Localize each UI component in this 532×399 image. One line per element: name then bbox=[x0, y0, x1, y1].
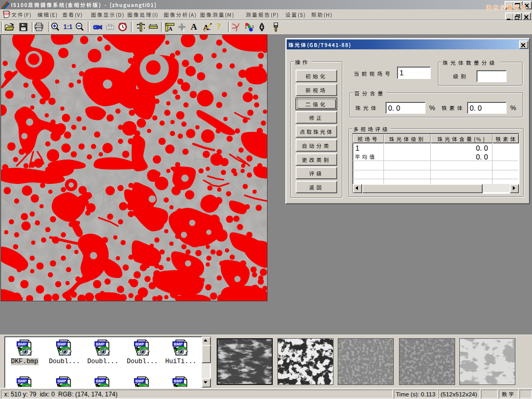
svg-text:A: A bbox=[168, 25, 172, 32]
svg-text:BMP: BMP bbox=[58, 379, 66, 383]
svg-text:BMP: BMP bbox=[96, 342, 105, 347]
svg-text:1: 1 bbox=[245, 25, 247, 29]
svg-text:BMP: BMP bbox=[18, 379, 27, 383]
svg-text:BMP: BMP bbox=[174, 379, 183, 383]
svg-text:BMP: BMP bbox=[58, 342, 66, 347]
svg-text:a: a bbox=[248, 23, 250, 26]
svg-text:BMP: BMP bbox=[136, 342, 144, 347]
svg-text:BMP: BMP bbox=[174, 342, 183, 347]
svg-text:BMP: BMP bbox=[136, 379, 144, 383]
svg-text:BMP: BMP bbox=[18, 342, 27, 347]
svg-text:BMP: BMP bbox=[96, 379, 105, 383]
svg-text:DOC: DOC bbox=[4, 12, 11, 15]
svg-text:3: 3 bbox=[252, 25, 254, 29]
